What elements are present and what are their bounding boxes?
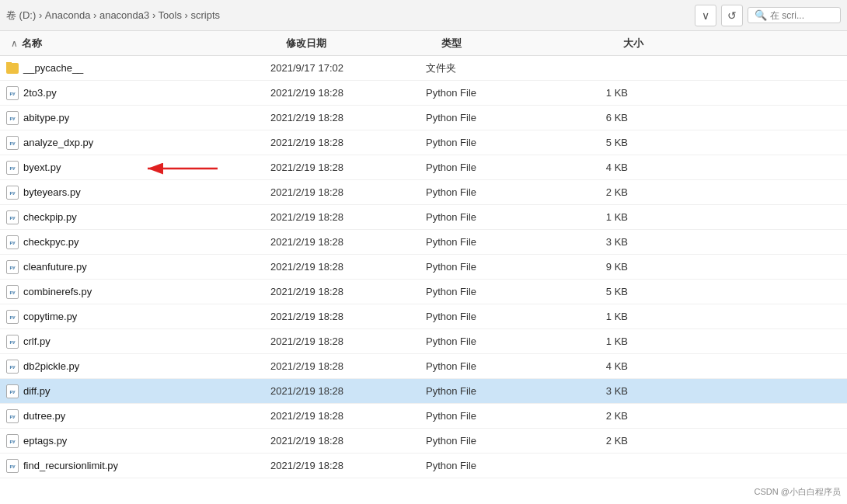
file-name-text: find_recursionlimit.py	[23, 460, 118, 471]
file-list-wrapper: __pycache__ 2021/9/17 17:02 文件夹 py 2to3.…	[0, 56, 847, 504]
table-row[interactable]: py byext.py 2021/2/19 18:28 Python File …	[0, 155, 847, 180]
file-name-text: copytime.py	[23, 311, 77, 322]
table-row[interactable]: py crlf.py 2021/2/19 18:28 Python File 1…	[0, 329, 847, 354]
file-type: Python File	[426, 311, 550, 322]
file-name: py crlf.py	[6, 335, 270, 349]
python-file-icon: py	[6, 285, 19, 299]
table-row[interactable]: py db2pickle.py 2021/2/19 18:28 Python F…	[0, 354, 847, 379]
file-name: py byteyears.py	[6, 186, 270, 200]
table-row[interactable]: __pycache__ 2021/9/17 17:02 文件夹	[0, 56, 847, 81]
python-file-icon: py	[6, 235, 19, 249]
table-row[interactable]: py combinerefs.py 2021/2/19 18:28 Python…	[0, 280, 847, 304]
file-size: 5 KB	[550, 137, 628, 148]
file-type: Python File	[426, 385, 550, 397]
sort-button[interactable]: ∧	[6, 36, 22, 51]
file-type: 文件夹	[426, 61, 550, 75]
python-file-icon: py	[6, 459, 19, 473]
file-size: 2 KB	[550, 435, 628, 447]
file-date: 2021/2/19 18:28	[270, 162, 426, 173]
python-file-icon: py	[6, 210, 19, 224]
python-file-icon: py	[6, 111, 19, 125]
file-name: __pycache__	[6, 62, 270, 74]
file-type: Python File	[426, 410, 550, 422]
file-date: 2021/2/19 18:28	[270, 236, 426, 248]
file-date: 2021/2/19 18:28	[270, 385, 426, 397]
python-file-icon: py	[6, 409, 19, 423]
python-file-icon: py	[6, 434, 19, 448]
file-size: 1 KB	[550, 335, 628, 347]
file-name: py analyze_dxp.py	[6, 136, 270, 150]
file-date: 2021/2/19 18:28	[270, 286, 426, 297]
file-date: 2021/2/19 18:28	[270, 112, 426, 123]
file-date: 2021/9/17 17:02	[270, 62, 426, 74]
table-row[interactable]: py copytime.py 2021/2/19 18:28 Python Fi…	[0, 304, 847, 329]
file-type: Python File	[426, 460, 550, 471]
refresh-button[interactable]: ↺	[721, 5, 743, 26]
file-type: Python File	[426, 360, 550, 372]
file-date: 2021/2/19 18:28	[270, 261, 426, 273]
table-row[interactable]: py cleanfuture.py 2021/2/19 18:28 Python…	[0, 255, 847, 280]
file-date: 2021/2/19 18:28	[270, 460, 426, 471]
file-size: 4 KB	[550, 360, 628, 372]
file-type: Python File	[426, 286, 550, 297]
col-header-date[interactable]: 修改日期	[286, 36, 441, 50]
table-row[interactable]: py find_recursionlimit.py 2021/2/19 18:2…	[0, 454, 847, 478]
file-size: 2 KB	[550, 186, 628, 198]
table-row[interactable]: py eptags.py 2021/2/19 18:28 Python File…	[0, 429, 847, 454]
file-type: Python File	[426, 211, 550, 223]
python-file-icon: py	[6, 360, 19, 374]
file-type: Python File	[426, 261, 550, 273]
file-name: py copytime.py	[6, 310, 270, 324]
file-date: 2021/2/19 18:28	[270, 335, 426, 347]
file-type: Python File	[426, 137, 550, 148]
file-size: 9 KB	[550, 261, 628, 273]
file-size: 4 KB	[550, 162, 628, 173]
python-file-icon: py	[6, 260, 19, 274]
col-header-size[interactable]: 大小	[566, 36, 643, 50]
col-header-name[interactable]: 名称	[22, 36, 286, 50]
table-row[interactable]: py abitype.py 2021/2/19 18:28 Python Fil…	[0, 106, 847, 130]
table-row[interactable]: py analyze_dxp.py 2021/2/19 18:28 Python…	[0, 130, 847, 155]
file-name: py cleanfuture.py	[6, 260, 270, 274]
file-name-text: abitype.py	[23, 112, 69, 123]
dropdown-button[interactable]: ∨	[695, 5, 716, 26]
file-name: py db2pickle.py	[6, 360, 270, 374]
table-row[interactable]: py 2to3.py 2021/2/19 18:28 Python File 1…	[0, 81, 847, 106]
file-name-text: combinerefs.py	[23, 286, 92, 297]
python-file-icon: py	[6, 335, 19, 349]
file-type: Python File	[426, 435, 550, 447]
file-size: 5 KB	[550, 286, 628, 297]
file-size: 1 KB	[550, 211, 628, 223]
file-name-text: eptags.py	[23, 435, 67, 447]
file-size: 2 KB	[550, 410, 628, 422]
file-name-text: byteyears.py	[23, 186, 81, 198]
file-name-text: checkpip.py	[23, 211, 77, 223]
file-name-text: analyze_dxp.py	[23, 137, 93, 148]
file-name: py combinerefs.py	[6, 285, 270, 299]
table-row[interactable]: py dutree.py 2021/2/19 18:28 Python File…	[0, 404, 847, 429]
file-name-text: db2pickle.py	[23, 360, 79, 372]
file-date: 2021/2/19 18:28	[270, 211, 426, 223]
file-date: 2021/2/19 18:28	[270, 360, 426, 372]
file-date: 2021/2/19 18:28	[270, 311, 426, 322]
table-row[interactable]: py byteyears.py 2021/2/19 18:28 Python F…	[0, 180, 847, 205]
file-type: Python File	[426, 162, 550, 173]
file-date: 2021/2/19 18:28	[270, 435, 426, 447]
python-file-icon: py	[6, 310, 19, 324]
table-row[interactable]: py diff.py 2021/2/19 18:28 Python File 3…	[0, 379, 847, 404]
col-header-type[interactable]: 类型	[441, 36, 566, 50]
file-name-text: cleanfuture.py	[23, 261, 87, 273]
file-name-text: checkpyc.py	[23, 236, 79, 248]
python-file-icon: py	[6, 161, 19, 175]
file-name: py checkpyc.py	[6, 235, 270, 249]
search-input[interactable]	[770, 10, 832, 21]
table-row[interactable]: py checkpip.py 2021/2/19 18:28 Python Fi…	[0, 205, 847, 230]
folder-icon	[6, 63, 19, 74]
search-icon: 🔍	[755, 9, 767, 21]
table-row[interactable]: py checkpyc.py 2021/2/19 18:28 Python Fi…	[0, 230, 847, 255]
search-box[interactable]: 🔍	[748, 7, 841, 23]
file-name: py dutree.py	[6, 409, 270, 423]
python-file-icon: py	[6, 384, 19, 398]
file-date: 2021/2/19 18:28	[270, 87, 426, 99]
file-date: 2021/2/19 18:28	[270, 137, 426, 148]
